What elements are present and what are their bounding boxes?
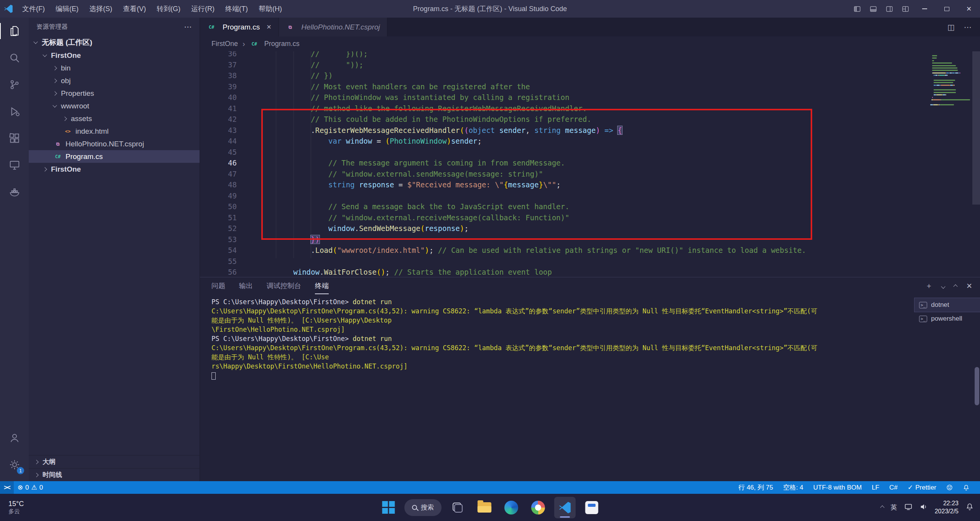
maximize-button[interactable] [936, 0, 958, 18]
notification-bell-icon[interactable] [965, 503, 974, 513]
tree-item-Properties[interactable]: Properties [29, 87, 200, 100]
tree-item-wwwroot[interactable]: wwwroot [29, 100, 200, 112]
code-line[interactable]: 37 // ")); [200, 59, 965, 70]
cs-file-icon: C# [53, 154, 62, 159]
close-tab-icon[interactable]: ✕ [266, 23, 271, 31]
terminal-output[interactable]: PS C:\Users\Happy\Desktop\FirstOne> dotn… [200, 294, 914, 481]
editor-more-actions-icon[interactable]: ⋯ [964, 23, 972, 32]
menu-item[interactable]: 终端(T) [220, 0, 253, 18]
code-line[interactable]: 40 // PhotinoWindow was instantiated by … [200, 92, 965, 103]
code-line[interactable]: 39 // Most event handlers can be registe… [200, 81, 965, 92]
tree-item-FirstOne[interactable]: FirstOne [29, 49, 200, 62]
minimize-button[interactable] [913, 0, 936, 18]
explorer-more-actions-icon[interactable]: ⋯ [184, 22, 192, 31]
breadcrumb-file[interactable]: Program.cs [264, 40, 300, 48]
search-icon[interactable] [0, 44, 29, 71]
code-line[interactable]: 56 window.WaitForClose(); // Starts the … [200, 267, 965, 277]
menu-item[interactable]: 选择(S) [84, 0, 118, 18]
photos-button[interactable] [528, 497, 549, 518]
cursor-position[interactable]: 行 46, 列 75 [733, 481, 778, 494]
remote-explorer-icon[interactable] [0, 152, 29, 179]
menu-item[interactable]: 运行(R) [186, 0, 220, 18]
csharp-file-icon: C# [250, 41, 259, 47]
close-panel-icon[interactable]: ✕ [966, 282, 972, 290]
menu-item[interactable]: 查看(V) [118, 0, 151, 18]
app-window-icon [585, 501, 598, 514]
terminal-scrollbar[interactable] [975, 367, 979, 405]
run-debug-icon[interactable] [0, 98, 29, 125]
tree-item-HelloPhotino.NET.csproj[interactable]: ⧉HelloPhotino.NET.csproj [29, 138, 200, 150]
remote-icon[interactable]: >< [0, 481, 14, 494]
close-button[interactable]: ✕ [958, 0, 980, 18]
cast-screen-icon[interactable] [904, 503, 913, 513]
encoding[interactable]: UTF-8 with BOM [808, 481, 867, 494]
menu-item[interactable]: 编辑(E) [50, 0, 84, 18]
taskbar-search[interactable]: 搜索 [405, 499, 442, 516]
indentation[interactable]: 空格: 4 [778, 481, 808, 494]
panel-tab-输出[interactable]: 输出 [239, 277, 253, 294]
tree-item-bin[interactable]: bin [29, 62, 200, 74]
weather-widget[interactable]: 15°C 多云 [8, 500, 24, 515]
tree-item-index.html[interactable]: <>index.html [29, 125, 200, 138]
terminal-process-powershell[interactable]: >_powershell [914, 312, 980, 326]
edge-button[interactable] [501, 497, 522, 518]
vscode-taskbar-button[interactable] [554, 497, 576, 518]
code-line[interactable]: 38 // }) [200, 70, 965, 81]
terminal-process-label: powershell [931, 315, 962, 323]
explorer-icon[interactable] [0, 18, 29, 44]
maximize-panel-icon[interactable] [954, 282, 957, 290]
file-explorer-button[interactable] [474, 497, 495, 518]
tree-item-Program.cs[interactable]: C#Program.cs [29, 150, 200, 163]
tree-item-obj[interactable]: obj [29, 74, 200, 87]
docker-icon[interactable] [0, 179, 29, 205]
code-line[interactable]: 54 .Load("wwwroot/index.html"); // Can b… [200, 245, 965, 256]
tree-item-assets[interactable]: assets [29, 112, 200, 125]
volume-icon[interactable] [919, 503, 928, 513]
code-line[interactable]: 36 // })(); [200, 51, 965, 59]
code-editor[interactable]: 36 // })();37 // "));38 // })39 // Most … [200, 51, 980, 277]
workspace-root[interactable]: 无标题 (工作区) [29, 36, 200, 49]
menu-item[interactable]: 转到(G) [151, 0, 186, 18]
menu-item[interactable]: 帮助(H) [253, 0, 287, 18]
tray-chevron-icon[interactable] [880, 505, 884, 510]
account-icon[interactable] [0, 424, 29, 451]
toggle-panel-icon[interactable] [865, 0, 881, 18]
problems-status[interactable]: ⊗0 ⚠0 [14, 481, 47, 494]
tab-hellophotino-csproj[interactable]: ⧉ HelloPhotino.NET.csproj [279, 18, 387, 36]
panel-tab-问题[interactable]: 问题 [211, 277, 225, 294]
notifications-bell-icon[interactable] [958, 481, 975, 494]
status-bar: >< ⊗0 ⚠0 行 46, 列 75 空格: 4 UTF-8 with BOM… [0, 481, 980, 494]
language-mode[interactable]: C# [884, 481, 903, 494]
code-line[interactable]: 55 [200, 256, 965, 267]
line-number: 48 [200, 179, 237, 190]
toggle-secondary-sidebar-icon[interactable] [881, 0, 897, 18]
feedback-icon[interactable] [941, 481, 958, 494]
ime-indicator[interactable]: 英 [891, 503, 897, 512]
start-button[interactable] [378, 497, 399, 518]
source-control-icon[interactable] [0, 71, 29, 98]
extensions-icon[interactable] [0, 125, 29, 152]
terminal-dropdown-icon[interactable] [942, 282, 945, 290]
editor-scrollbar[interactable] [972, 51, 980, 205]
task-view-button[interactable] [447, 497, 469, 518]
panel-tab-调试控制台[interactable]: 调试控制台 [267, 277, 301, 294]
settings-gear-icon[interactable]: 1 [0, 451, 29, 478]
outline-section[interactable]: 大纲 [29, 455, 200, 468]
formatter-status[interactable]: ✓ Prettier [903, 481, 941, 494]
timeline-section[interactable]: 时间线 [29, 468, 200, 481]
tree-item-FirstOne[interactable]: FirstOne [29, 163, 200, 175]
toggle-sidebar-icon[interactable] [849, 0, 865, 18]
photino-app-button[interactable] [581, 497, 603, 518]
clock[interactable]: 22:23 2023/2/5 [935, 500, 959, 516]
new-terminal-icon[interactable]: ＋ [925, 281, 932, 291]
breadcrumb-folder[interactable]: FirstOne [211, 40, 238, 48]
panel-tab-终端[interactable]: 终端 [315, 277, 329, 294]
customize-layout-icon[interactable] [897, 0, 913, 18]
menu-item[interactable]: 文件(F) [17, 0, 50, 18]
split-editor-icon[interactable]: ◫ [947, 23, 955, 32]
terminal-process-dotnet[interactable]: >_dotnet [914, 298, 980, 312]
tab-program-cs[interactable]: C# Program.cs ✕ [200, 18, 279, 36]
tree-item-label: bin [61, 64, 70, 72]
eol[interactable]: LF [867, 481, 884, 494]
minimap[interactable] [927, 55, 970, 106]
